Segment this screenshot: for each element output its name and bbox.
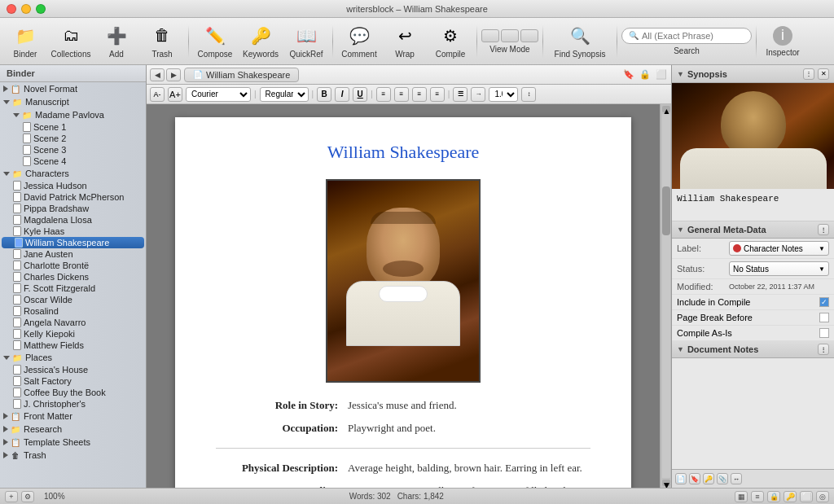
sidebar-item-madame-pavlova[interactable]: 📁 Madame Pavlova	[0, 108, 146, 121]
scroll-up-arrow[interactable]: ▲	[662, 106, 670, 112]
align-right-button[interactable]: ≡	[412, 87, 427, 102]
align-left-button[interactable]: ≡	[376, 87, 391, 102]
toolbar-collections[interactable]: 🗂 Collections	[49, 21, 93, 62]
page-break-checkbox[interactable]	[819, 313, 829, 322]
sidebar-item-kyle-haas[interactable]: Kyle Haas	[0, 226, 146, 237]
settings-button[interactable]: ⚙	[21, 491, 34, 502]
toolbar-compose[interactable]: ✏️ Compose	[193, 21, 237, 62]
nav-forward-button[interactable]: ▶	[166, 68, 181, 81]
sidebar-item-f-scott-fitzgerald[interactable]: F. Scott Fitzgerald	[0, 283, 146, 294]
sidebar-item-rosalind[interactable]: Rosalind	[0, 305, 146, 317]
sidebar-item-david-mcpherson[interactable]: David Patrick McPherson	[0, 191, 146, 203]
search-input[interactable]	[642, 31, 744, 41]
footer-icon-2[interactable]: 🔖	[689, 473, 700, 484]
sidebar-item-angela-navarro[interactable]: Angela Navarro	[0, 317, 146, 328]
nav-back-button[interactable]: ◀	[150, 68, 165, 81]
view-icon-4[interactable]: 🔑	[784, 491, 797, 502]
toolbar-trash[interactable]: 🗑 Trash	[140, 21, 184, 62]
doc-scroll-area[interactable]: William Shakespeare	[147, 104, 660, 488]
sidebar-item-characters[interactable]: 📁 Characters	[0, 167, 146, 180]
font-size-down-button[interactable]: A-	[150, 87, 165, 102]
list-button[interactable]: ☰	[453, 87, 467, 102]
view-btn-1[interactable]	[481, 29, 499, 42]
view-icon-5[interactable]: ⬜	[800, 491, 813, 502]
toolbar-findsynopsis[interactable]: 🔍 Find Synopsis	[547, 21, 612, 62]
meta-label-select[interactable]: Character Notes ▼	[729, 241, 829, 256]
target-button[interactable]: ◎	[816, 491, 829, 502]
view-icon-3[interactable]: 🔒	[767, 491, 780, 502]
indent-button[interactable]: →	[471, 87, 485, 102]
close-button[interactable]	[7, 4, 16, 14]
spacing-options-button[interactable]: ↕	[521, 87, 536, 102]
toolbar-binder[interactable]: 📁 Binder	[3, 21, 47, 62]
sidebar-item-jane-austen[interactable]: Jane Austen	[0, 248, 146, 260]
sidebar-item-magdalena-llosa[interactable]: Magdalena Llosa	[0, 214, 146, 226]
sidebar-item-jessica-hudson[interactable]: Jessica Hudson	[0, 180, 146, 191]
sidebar-item-j-christophers[interactable]: J. Christopher's	[0, 398, 146, 410]
synopsis-collapse-icon[interactable]: ▼	[677, 70, 684, 78]
footer-icon-5[interactable]: ↔	[731, 473, 742, 484]
sidebar-item-matthew-fields[interactable]: Matthew Fields	[0, 340, 146, 351]
sidebar-item-charlotte-bronte[interactable]: Charlotte Brontë	[0, 260, 146, 271]
sidebar-item-salt-factory[interactable]: Salt Factory	[0, 375, 146, 387]
toolbar-viewmode[interactable]: View Mode	[481, 21, 538, 62]
toolbar-add[interactable]: ➕ Add	[94, 21, 138, 62]
sidebar-item-trash[interactable]: 🗑 Trash	[0, 449, 146, 462]
scroll-down-arrow[interactable]: ▼	[662, 480, 670, 486]
expand-icon[interactable]: ⬜	[655, 68, 668, 81]
sidebar-item-scene-2[interactable]: Scene 2	[0, 133, 146, 144]
bold-button[interactable]: B	[317, 87, 331, 102]
view-icon-2[interactable]: ≡	[751, 491, 764, 502]
toolbar-compile[interactable]: ⚙ Compile	[428, 21, 472, 62]
vertical-scrollbar[interactable]: ▲ ▼	[660, 104, 671, 488]
underline-button[interactable]: U	[353, 87, 367, 102]
synopsis-close-button[interactable]: ✕	[818, 68, 829, 80]
sidebar-item-scene-4[interactable]: Scene 4	[0, 156, 146, 167]
synopsis-options-button[interactable]: ⋮	[803, 68, 814, 80]
notes-options-button[interactable]: ⋮	[818, 344, 829, 355]
view-btn-3[interactable]	[520, 29, 538, 42]
sidebar-item-research[interactable]: 📁 Research	[0, 423, 146, 436]
line-spacing-select[interactable]: 1.0	[489, 87, 518, 102]
scroll-thumb[interactable]	[662, 186, 670, 235]
sidebar-item-scene-3[interactable]: Scene 3	[0, 144, 146, 156]
meta-collapse-icon[interactable]: ▼	[677, 226, 684, 234]
sidebar-item-scene-1[interactable]: Scene 1	[0, 121, 146, 133]
meta-options-button[interactable]: ⋮	[818, 224, 829, 235]
toolbar-inspector[interactable]: i Inspector	[761, 21, 805, 62]
align-center-button[interactable]: ≡	[394, 87, 409, 102]
sidebar-item-manuscript[interactable]: 📁 Manuscript	[0, 95, 146, 108]
minimize-button[interactable]	[21, 4, 31, 14]
toolbar-wrap[interactable]: ↩ Wrap	[383, 21, 427, 62]
search-bar[interactable]: 🔍	[621, 28, 752, 44]
sidebar-item-template-sheets[interactable]: 📋 Template Sheets	[0, 436, 146, 449]
footer-icon-3[interactable]: 🔑	[703, 473, 714, 484]
add-section-button[interactable]: +	[5, 491, 18, 502]
bookmark-icon[interactable]: 🔖	[622, 68, 635, 81]
notes-collapse-icon[interactable]: ▼	[677, 345, 684, 353]
font-size-up-button[interactable]: A+	[168, 87, 182, 102]
sidebar-item-front-matter[interactable]: 📋 Front Matter	[0, 410, 146, 423]
font-style-select[interactable]: Regular	[260, 87, 309, 102]
footer-icon-4[interactable]: 📎	[717, 473, 728, 484]
font-family-select[interactable]: Courier	[186, 87, 251, 102]
compile-as-checkbox[interactable]	[819, 328, 829, 338]
sidebar-item-coffee-buy-book[interactable]: Coffee Buy the Book	[0, 387, 146, 398]
lock-icon[interactable]: 🔒	[639, 68, 652, 81]
view-icon-1[interactable]: ▦	[735, 491, 748, 502]
footer-icon-1[interactable]: 📄	[675, 473, 687, 484]
sidebar-item-kelly-kiepoki[interactable]: Kelly Kiepoki	[0, 328, 146, 340]
sidebar-item-jessicas-house[interactable]: Jessica's House	[0, 364, 146, 375]
scroll-track[interactable]	[662, 114, 670, 478]
sidebar-item-places[interactable]: 📁 Places	[0, 351, 146, 364]
maximize-button[interactable]	[36, 4, 46, 14]
italic-button[interactable]: I	[335, 87, 349, 102]
include-compile-checkbox[interactable]: ✓	[819, 297, 829, 307]
meta-status-select[interactable]: No Status ▼	[729, 261, 829, 276]
toolbar-comment[interactable]: 💬 Comment	[337, 21, 381, 62]
sidebar-item-novel-format[interactable]: 📋 Novel Format	[0, 82, 146, 95]
toolbar-quickref[interactable]: 📖 QuickRef	[284, 21, 328, 62]
view-btn-2[interactable]	[501, 29, 519, 42]
align-justify-button[interactable]: ≡	[430, 87, 445, 102]
sidebar-item-oscar-wilde[interactable]: Oscar Wilde	[0, 294, 146, 305]
